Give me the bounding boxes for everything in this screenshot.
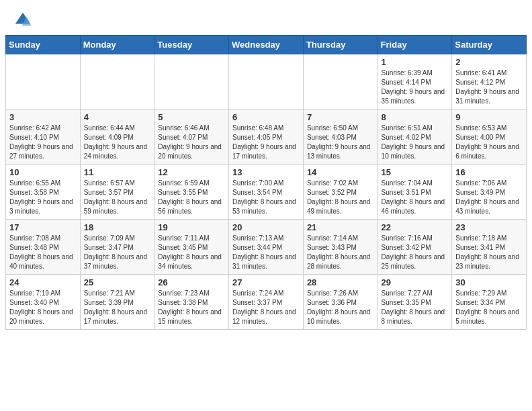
day-detail: Sunrise: 6:50 AM Sunset: 4:03 PM Dayligh… xyxy=(307,124,374,161)
day-number: 19 xyxy=(158,222,225,232)
calendar-cell: 6Sunrise: 6:48 AM Sunset: 4:05 PM Daylig… xyxy=(229,109,304,165)
calendar-cell: 3Sunrise: 6:42 AM Sunset: 4:10 PM Daylig… xyxy=(6,109,81,165)
calendar-cell: 23Sunrise: 7:18 AM Sunset: 3:41 PM Dayli… xyxy=(452,220,527,275)
day-number: 7 xyxy=(307,112,374,122)
logo xyxy=(13,11,35,30)
calendar-cell: 24Sunrise: 7:19 AM Sunset: 3:40 PM Dayli… xyxy=(6,275,81,330)
calendar-cell: 2Sunrise: 6:41 AM Sunset: 4:12 PM Daylig… xyxy=(452,54,527,109)
weekday-header-saturday: Saturday xyxy=(452,36,527,54)
day-number: 5 xyxy=(158,112,225,122)
day-number: 26 xyxy=(158,277,225,287)
day-number: 17 xyxy=(9,222,77,232)
day-number: 29 xyxy=(382,277,449,287)
logo-icon xyxy=(13,11,32,30)
calendar-week-row: 24Sunrise: 7:19 AM Sunset: 3:40 PM Dayli… xyxy=(6,275,527,330)
calendar-cell: 29Sunrise: 7:27 AM Sunset: 3:35 PM Dayli… xyxy=(378,275,452,330)
calendar-cell xyxy=(154,54,229,109)
day-number: 16 xyxy=(455,167,523,177)
day-number: 3 xyxy=(9,112,77,122)
day-detail: Sunrise: 7:00 AM Sunset: 3:54 PM Dayligh… xyxy=(232,179,300,216)
day-detail: Sunrise: 7:02 AM Sunset: 3:52 PM Dayligh… xyxy=(307,179,374,216)
calendar-cell: 4Sunrise: 6:44 AM Sunset: 4:09 PM Daylig… xyxy=(80,109,154,165)
calendar-cell xyxy=(229,54,304,109)
calendar-cell: 25Sunrise: 7:21 AM Sunset: 3:39 PM Dayli… xyxy=(80,275,154,330)
day-number: 8 xyxy=(382,112,449,122)
calendar-cell: 27Sunrise: 7:24 AM Sunset: 3:37 PM Dayli… xyxy=(229,275,304,330)
day-detail: Sunrise: 7:29 AM Sunset: 3:34 PM Dayligh… xyxy=(455,289,523,326)
calendar-cell: 21Sunrise: 7:14 AM Sunset: 3:43 PM Dayli… xyxy=(303,220,378,275)
day-detail: Sunrise: 6:53 AM Sunset: 4:00 PM Dayligh… xyxy=(455,124,523,161)
calendar-header: SundayMondayTuesdayWednesdayThursdayFrid… xyxy=(6,36,527,54)
day-number: 22 xyxy=(382,222,449,232)
day-detail: Sunrise: 7:08 AM Sunset: 3:48 PM Dayligh… xyxy=(9,234,77,271)
day-number: 1 xyxy=(382,57,449,67)
day-detail: Sunrise: 7:26 AM Sunset: 3:36 PM Dayligh… xyxy=(307,289,374,326)
calendar-body: 1Sunrise: 6:39 AM Sunset: 4:14 PM Daylig… xyxy=(6,54,527,330)
day-detail: Sunrise: 7:14 AM Sunset: 3:43 PM Dayligh… xyxy=(307,234,374,271)
calendar-cell: 16Sunrise: 7:06 AM Sunset: 3:49 PM Dayli… xyxy=(452,165,527,220)
calendar-cell: 14Sunrise: 7:02 AM Sunset: 3:52 PM Dayli… xyxy=(303,165,378,220)
day-number: 25 xyxy=(84,277,151,287)
calendar-cell: 5Sunrise: 6:46 AM Sunset: 4:07 PM Daylig… xyxy=(154,109,229,165)
weekday-header-tuesday: Tuesday xyxy=(154,36,229,54)
calendar-cell: 28Sunrise: 7:26 AM Sunset: 3:36 PM Dayli… xyxy=(303,275,378,330)
calendar-cell xyxy=(6,54,81,109)
day-detail: Sunrise: 7:09 AM Sunset: 3:47 PM Dayligh… xyxy=(84,234,151,271)
calendar-cell: 20Sunrise: 7:13 AM Sunset: 3:44 PM Dayli… xyxy=(229,220,304,275)
calendar-cell: 18Sunrise: 7:09 AM Sunset: 3:47 PM Dayli… xyxy=(80,220,154,275)
day-number: 23 xyxy=(455,222,523,232)
day-detail: Sunrise: 7:21 AM Sunset: 3:39 PM Dayligh… xyxy=(84,289,151,326)
day-detail: Sunrise: 6:55 AM Sunset: 3:58 PM Dayligh… xyxy=(9,179,77,216)
calendar-table: SundayMondayTuesdayWednesdayThursdayFrid… xyxy=(5,35,527,330)
day-detail: Sunrise: 6:48 AM Sunset: 4:05 PM Dayligh… xyxy=(232,124,300,161)
day-number: 30 xyxy=(455,277,523,287)
day-detail: Sunrise: 6:41 AM Sunset: 4:12 PM Dayligh… xyxy=(455,68,523,106)
day-detail: Sunrise: 7:11 AM Sunset: 3:45 PM Dayligh… xyxy=(158,234,225,271)
calendar-cell: 19Sunrise: 7:11 AM Sunset: 3:45 PM Dayli… xyxy=(154,220,229,275)
weekday-header-monday: Monday xyxy=(80,36,154,54)
calendar-cell: 1Sunrise: 6:39 AM Sunset: 4:14 PM Daylig… xyxy=(378,54,452,109)
day-number: 4 xyxy=(84,112,151,122)
calendar-cell: 8Sunrise: 6:51 AM Sunset: 4:02 PM Daylig… xyxy=(378,109,452,165)
day-detail: Sunrise: 7:23 AM Sunset: 3:38 PM Dayligh… xyxy=(158,289,225,326)
day-detail: Sunrise: 6:42 AM Sunset: 4:10 PM Dayligh… xyxy=(9,124,77,161)
day-detail: Sunrise: 7:27 AM Sunset: 3:35 PM Dayligh… xyxy=(382,289,449,326)
weekday-header-sunday: Sunday xyxy=(6,36,81,54)
day-number: 6 xyxy=(232,112,300,122)
calendar-week-row: 1Sunrise: 6:39 AM Sunset: 4:14 PM Daylig… xyxy=(6,54,527,109)
day-detail: Sunrise: 6:39 AM Sunset: 4:14 PM Dayligh… xyxy=(382,68,449,106)
day-detail: Sunrise: 7:16 AM Sunset: 3:42 PM Dayligh… xyxy=(382,234,449,271)
day-number: 28 xyxy=(307,277,374,287)
day-number: 13 xyxy=(232,167,300,177)
day-detail: Sunrise: 7:13 AM Sunset: 3:44 PM Dayligh… xyxy=(232,234,300,271)
calendar-cell: 12Sunrise: 6:59 AM Sunset: 3:55 PM Dayli… xyxy=(154,165,229,220)
day-number: 18 xyxy=(84,222,151,232)
day-number: 15 xyxy=(382,167,449,177)
day-number: 27 xyxy=(232,277,300,287)
calendar-cell xyxy=(303,54,378,109)
calendar-week-row: 17Sunrise: 7:08 AM Sunset: 3:48 PM Dayli… xyxy=(6,220,527,275)
weekday-header-wednesday: Wednesday xyxy=(229,36,304,54)
day-detail: Sunrise: 6:46 AM Sunset: 4:07 PM Dayligh… xyxy=(158,124,225,161)
calendar-cell: 11Sunrise: 6:57 AM Sunset: 3:57 PM Dayli… xyxy=(80,165,154,220)
calendar-cell: 22Sunrise: 7:16 AM Sunset: 3:42 PM Dayli… xyxy=(378,220,452,275)
day-number: 2 xyxy=(455,57,523,67)
weekday-header-thursday: Thursday xyxy=(303,36,378,54)
day-detail: Sunrise: 6:59 AM Sunset: 3:55 PM Dayligh… xyxy=(158,179,225,216)
calendar-cell: 30Sunrise: 7:29 AM Sunset: 3:34 PM Dayli… xyxy=(452,275,527,330)
day-detail: Sunrise: 7:06 AM Sunset: 3:49 PM Dayligh… xyxy=(455,179,523,216)
calendar-cell: 7Sunrise: 6:50 AM Sunset: 4:03 PM Daylig… xyxy=(303,109,378,165)
calendar-cell: 10Sunrise: 6:55 AM Sunset: 3:58 PM Dayli… xyxy=(6,165,81,220)
weekday-header-friday: Friday xyxy=(378,36,452,54)
day-number: 14 xyxy=(307,167,374,177)
calendar-week-row: 3Sunrise: 6:42 AM Sunset: 4:10 PM Daylig… xyxy=(6,109,527,165)
day-number: 24 xyxy=(9,277,77,287)
day-detail: Sunrise: 7:04 AM Sunset: 3:51 PM Dayligh… xyxy=(382,179,449,216)
calendar-cell: 15Sunrise: 7:04 AM Sunset: 3:51 PM Dayli… xyxy=(378,165,452,220)
day-number: 20 xyxy=(232,222,300,232)
day-number: 11 xyxy=(84,167,151,177)
day-detail: Sunrise: 6:57 AM Sunset: 3:57 PM Dayligh… xyxy=(84,179,151,216)
page-header xyxy=(0,0,532,35)
calendar-cell xyxy=(80,54,154,109)
calendar-cell: 17Sunrise: 7:08 AM Sunset: 3:48 PM Dayli… xyxy=(6,220,81,275)
